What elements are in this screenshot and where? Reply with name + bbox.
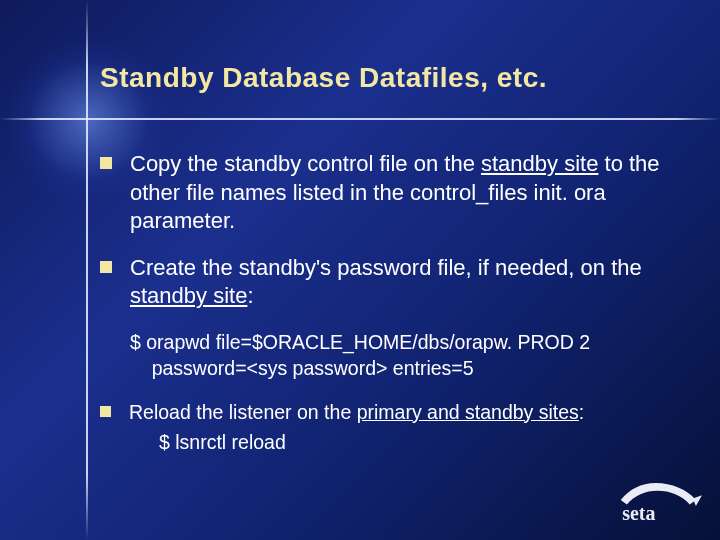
seta-logo: seta: [610, 480, 702, 526]
bullet-marker-icon: [100, 261, 112, 273]
decor-vertical-line: [86, 0, 88, 540]
b1-part1: Copy the standby control file on the: [130, 151, 481, 176]
b3-underline: primary and standby sites: [357, 401, 579, 423]
bullet-marker-icon: [100, 157, 112, 169]
bullet-3-text: Reload the listener on the primary and s…: [129, 400, 670, 456]
b3-part1: Reload the listener on the: [129, 401, 357, 423]
svg-text:seta: seta: [622, 502, 655, 524]
bullet-2: Create the standby's password file, if n…: [100, 254, 670, 311]
bullet-2-text: Create the standby's password file, if n…: [130, 254, 670, 311]
b3-part2: :: [579, 401, 584, 423]
slide-title: Standby Database Datafiles, etc.: [100, 62, 680, 94]
bullet-marker-icon: [100, 406, 111, 417]
bullet-2-sub-command: $ orapwd file=$ORACLE_HOME/dbs/orapw. PR…: [130, 329, 670, 382]
bullet-1: Copy the standby control file on the sta…: [100, 150, 670, 236]
decor-horizontal-line: [0, 118, 720, 120]
slide-content: Copy the standby control file on the sta…: [100, 150, 670, 473]
cmd2-line-1: $ lsnrctl reload: [159, 431, 286, 453]
bullet-1-text: Copy the standby control file on the sta…: [130, 150, 670, 236]
slide: Standby Database Datafiles, etc. Copy th…: [0, 0, 720, 540]
cmd-line-1: $ orapwd file=$ORACLE_HOME/dbs/orapw. PR…: [130, 331, 590, 353]
b1-underline: standby site: [481, 151, 598, 176]
b2-underline: standby site: [130, 283, 247, 308]
bullet-3-sub-command: $ lsnrctl reload: [159, 429, 670, 455]
bullet-3: Reload the listener on the primary and s…: [100, 400, 670, 456]
cmd-line-2: password=<sys password> entries=5: [152, 357, 474, 379]
b2-part2: :: [247, 283, 253, 308]
b2-part1: Create the standby's password file, if n…: [130, 255, 642, 280]
